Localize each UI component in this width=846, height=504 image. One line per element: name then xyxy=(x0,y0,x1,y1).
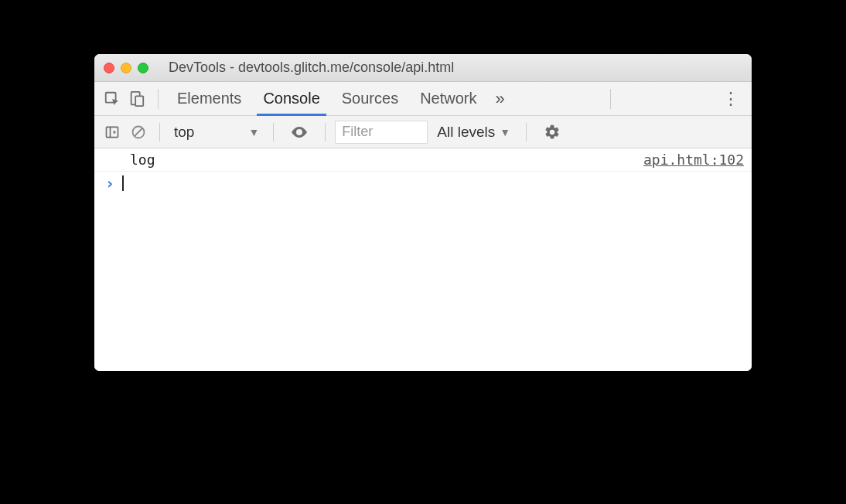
context-label: top xyxy=(174,124,194,141)
tab-network[interactable]: Network xyxy=(409,82,487,115)
levels-label: All levels xyxy=(437,124,495,141)
devtools-window: DevTools - devtools.glitch.me/console/ap… xyxy=(94,54,752,371)
close-window-button[interactable] xyxy=(104,63,114,73)
tab-label: Network xyxy=(420,90,476,107)
chevron-right-double-icon: » xyxy=(496,89,505,108)
window-title: DevTools - devtools.glitch.me/console/ap… xyxy=(169,60,454,76)
maximize-window-button[interactable] xyxy=(138,63,148,73)
tab-console[interactable]: Console xyxy=(252,82,330,115)
filter-input[interactable] xyxy=(335,121,428,144)
text-cursor xyxy=(122,175,124,191)
separator xyxy=(325,123,326,141)
window-controls xyxy=(104,63,148,73)
tab-label: Sources xyxy=(342,90,398,107)
device-toolbar-icon[interactable] xyxy=(125,87,148,111)
chevron-down-icon: ▼ xyxy=(500,126,510,138)
chevron-down-icon: ▼ xyxy=(248,126,259,138)
console-prompt[interactable]: › xyxy=(94,172,752,195)
tab-label: Elements xyxy=(177,90,241,107)
separator xyxy=(526,123,527,141)
devtools-tabstrip: Elements Console Sources Network » ⋮ xyxy=(94,82,752,116)
log-levels-selector[interactable]: All levels ▼ xyxy=(431,124,517,141)
separator xyxy=(159,123,160,141)
clear-console-icon[interactable] xyxy=(127,121,150,144)
minimize-window-button[interactable] xyxy=(121,63,131,73)
svg-rect-2 xyxy=(135,96,143,106)
live-expression-icon[interactable] xyxy=(288,121,311,144)
svg-rect-3 xyxy=(107,127,118,137)
prompt-caret-icon: › xyxy=(105,174,114,192)
console-settings-icon[interactable] xyxy=(541,121,564,144)
toggle-console-sidebar-icon[interactable] xyxy=(101,121,124,144)
tab-elements[interactable]: Elements xyxy=(166,82,252,115)
kebab-icon: ⋮ xyxy=(722,89,739,108)
tab-label: Console xyxy=(263,90,319,107)
console-toolbar: top ▼ All levels ▼ xyxy=(94,116,752,148)
console-message-source-link[interactable]: api.html:102 xyxy=(643,152,744,168)
svg-line-6 xyxy=(135,128,142,136)
more-tabs-button[interactable]: » xyxy=(488,89,513,109)
separator xyxy=(273,123,274,141)
execution-context-selector[interactable]: top ▼ xyxy=(169,124,264,141)
tab-sources[interactable]: Sources xyxy=(331,82,409,115)
console-output: log api.html:102 › xyxy=(94,148,752,371)
settings-menu-button[interactable]: ⋮ xyxy=(716,89,745,109)
separator xyxy=(158,89,159,109)
svg-point-7 xyxy=(298,131,301,134)
console-message-row[interactable]: log api.html:102 xyxy=(94,148,752,172)
console-message-text: log xyxy=(130,152,155,168)
titlebar: DevTools - devtools.glitch.me/console/ap… xyxy=(94,54,752,82)
inspect-element-icon[interactable] xyxy=(101,87,124,111)
separator xyxy=(610,89,611,109)
